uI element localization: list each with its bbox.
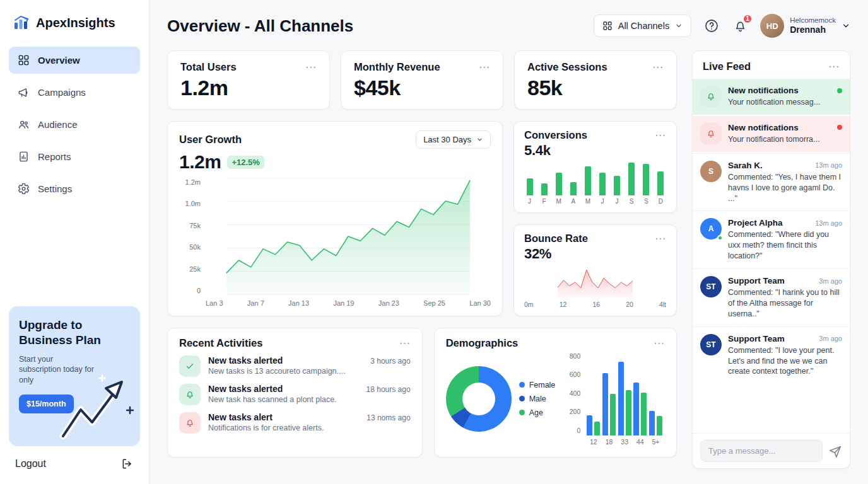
growth-y-axis: 1.2m1.0m75k50k25k0 [179,178,201,295]
bar-column: J [612,163,623,205]
upgrade-title: Upgrade to Business Plan [19,318,120,348]
bar-chart: JFMAMJJSSD [524,163,666,205]
y-tick: 0 [197,287,201,294]
bar [599,173,606,195]
feed-item[interactable]: STSupport Team3m agoCommented: "I love y… [693,326,850,384]
sidebar-item-audience[interactable]: Audience [9,111,140,138]
feed-author: Support Team [728,276,785,285]
status-dot [837,88,842,93]
feed-author: Support Team [728,334,785,343]
message-input[interactable] [700,440,823,462]
notifications-button[interactable]: 1 [732,18,749,35]
avatar: ST [700,334,722,355]
activity-title: New tasks alerted [208,384,337,394]
stat-label: Active Sessions [527,61,607,73]
activity-title: New tasks alert [208,412,324,422]
conversions-value: 5.4k [524,142,666,159]
grid-icon [602,21,613,31]
feed-item[interactable]: STSupport Team3m agoCommented: "I harink… [693,268,850,326]
x-tick: 18 [606,438,613,446]
x-tick: D [659,198,663,205]
area-chart [206,178,491,295]
bell-icon [700,123,722,144]
sidebar-item-reports[interactable]: Reports [9,143,140,170]
more-menu-button[interactable]: ⋯ [479,62,490,72]
help-button[interactable] [703,17,720,35]
bar [556,173,562,195]
gear-icon [18,183,30,195]
conversions-title: Conversions [524,129,587,141]
online-dot [717,235,723,241]
app-root: ApexInsights OverviewCampaignsAudienceRe… [0,0,868,484]
sidebar-item-overview[interactable]: Overview [9,47,140,74]
bar [585,166,591,195]
y-tick: 800 [570,352,581,360]
brand-name: ApexInsights [36,16,115,30]
stat-label: Monthly Revenue [354,61,440,73]
bottom-grid: Recent Activities ⋯ New tasks alertedNew… [167,328,677,458]
user-growth-card: User Growth Last 30 Days 1.2m +12.5% 1.2… [167,121,503,316]
sidebar-item-label: Audience [38,119,78,130]
x-tick: 0m [524,301,534,308]
brand[interactable]: ApexInsights [9,10,140,47]
message-composer [693,433,850,468]
x-tick: 12 [590,438,597,446]
send-button[interactable] [828,444,842,458]
sidebar: ApexInsights OverviewCampaignsAudienceRe… [0,0,150,484]
feed-item[interactable]: New notificationsYour notification tomor… [693,116,850,152]
user-growth-title: User Growth [179,134,242,146]
more-menu-button[interactable]: ⋯ [652,62,664,72]
bar [610,394,616,435]
feed-author: Project Alpha [728,218,783,228]
activity-item[interactable]: New tasks alertedNew task has scanned a … [179,384,411,405]
feed-time: 13m ago [815,219,842,227]
feed-title: New notifications [728,123,799,132]
logout-button[interactable]: Logout [9,446,140,470]
feed-item[interactable]: New notificationsYour notification messa… [693,79,850,115]
user-menu[interactable]: HD Helcomemock Drennah [760,14,850,38]
more-menu-button[interactable]: ⋯ [399,338,411,349]
x-tick: Sep 25 [423,299,445,307]
bar-column: S [626,163,637,205]
legend-item: Age [519,408,556,417]
more-menu-button[interactable]: ⋯ [655,233,666,244]
recent-activities-title: Recent Activities [179,337,262,349]
legend-label: Female [529,381,556,389]
bar [618,362,624,435]
user-growth-delta-badge: +12.5% [227,156,264,169]
activity-item[interactable]: New tasks alertedNew tasks is 13 accoure… [179,355,411,377]
bar-column: J [524,163,535,205]
user-name-line2: Drennah [790,25,836,36]
demo-y-axis: 8006004002000 [564,352,580,446]
bar [541,183,548,195]
more-menu-button[interactable]: ⋯ [654,338,665,349]
chevron-down-icon [476,136,483,143]
more-menu-button[interactable]: ⋯ [828,61,840,72]
feed-text: Commented: "I love your pent. Let's and … [728,345,842,377]
status-dot [837,125,842,130]
activity-item[interactable]: New tasks alertNotifications is for crea… [179,412,411,434]
header-controls: All Channels 1 HD [594,14,850,38]
bounce-rate-card: Bounce Rate ⋯ 32% 0m1216204lt [513,224,677,316]
bar [643,164,649,195]
date-range-selector[interactable]: Last 30 Days [416,130,491,149]
more-menu-button[interactable]: ⋯ [305,62,317,72]
x-tick: Jan 13 [288,299,309,307]
feed-item[interactable]: SSarah K.13m agoCommented: "Yes, I have … [693,153,850,211]
sidebar-item-campaigns[interactable]: Campaigns [9,79,140,106]
channel-selector[interactable]: All Channels [594,14,691,37]
x-tick: S [644,198,648,205]
bar-column: A [568,163,578,205]
x-tick: J [528,198,531,205]
sidebar-item-label: Reports [38,151,71,162]
bar-group: 44 [633,352,647,446]
stat-card: Monthly Revenue⋯$45k [341,50,503,110]
upgrade-cta-button[interactable]: $15/month [19,395,74,413]
more-menu-button[interactable]: ⋯ [655,130,666,141]
y-tick: 75k [189,222,201,229]
sidebar-item-settings[interactable]: Settings [9,175,140,202]
bar [527,178,533,195]
bar [614,176,620,195]
bar-column: M [553,163,564,205]
feed-item[interactable]: AProject Alpha13m agoCommented: "Where d… [693,210,850,268]
